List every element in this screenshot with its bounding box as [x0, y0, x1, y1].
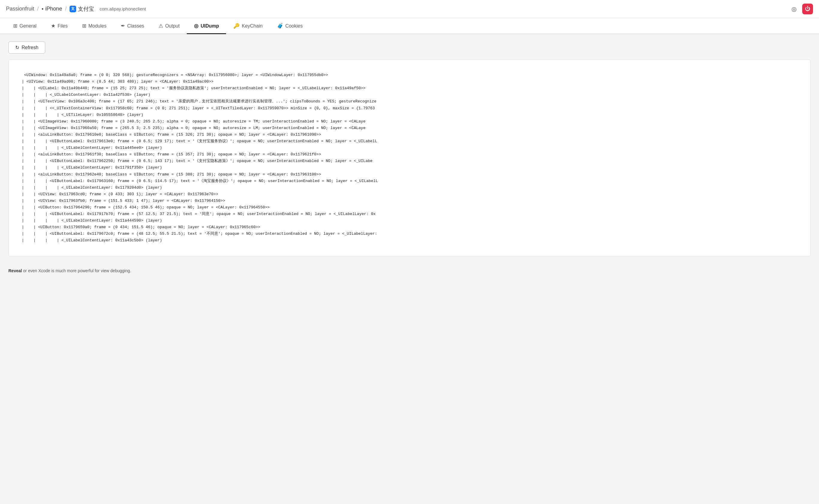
device-icon: ▪ [42, 6, 43, 12]
tab-classes[interactable]: ✒ Classes [114, 18, 151, 34]
keychain-icon: 🔑 [233, 23, 240, 29]
tab-classes-label: Classes [127, 23, 144, 29]
tab-modules[interactable]: ⊞ Modules [75, 18, 114, 34]
bundle-id: com.alipay.iphoneclient [99, 6, 146, 11]
topbar: Passionfruit / ▪ iPhone / 支 支付宝 com.alip… [0, 0, 819, 18]
refresh-icon: ↻ [15, 45, 19, 50]
tab-cookies-label: Cookies [285, 23, 303, 29]
alipay-icon: 支 [69, 6, 76, 12]
power-icon: ⏻ [805, 6, 810, 12]
camera-icon: ◎ [791, 5, 797, 13]
tab-general[interactable]: ⊞ General [6, 18, 44, 34]
power-button[interactable]: ⏻ [802, 4, 813, 14]
modules-icon: ⊞ [82, 23, 86, 29]
footer: Reveal or even Xcode is much more powerf… [0, 264, 819, 278]
refresh-label: Refresh [22, 45, 38, 50]
reveal-link[interactable]: Reveal [8, 268, 22, 273]
footer-text: or even Xcode is much more powerful for … [22, 268, 131, 273]
main-content: ↻ Refresh <UIWindow: 0x11a49a8a0; frame … [0, 34, 819, 264]
alipay-label: 支付宝 [78, 5, 94, 13]
app-info: 支 支付宝 [69, 5, 94, 13]
refresh-button[interactable]: ↻ Refresh [8, 41, 45, 54]
uidump-icon: ◎ [194, 23, 198, 29]
classes-icon: ✒ [121, 23, 125, 29]
tab-keychain[interactable]: 🔑 KeyChain [226, 18, 270, 34]
tab-general-label: General [19, 23, 37, 29]
sep1: / [37, 6, 39, 12]
device-name: iPhone [45, 6, 62, 12]
output-icon: ⚠ [158, 23, 163, 29]
tab-uidump[interactable]: ◎ UIDump [187, 18, 226, 34]
sep2: / [65, 6, 66, 12]
dump-text: <UIWindow: 0x11a49a8a0; frame = (0 0; 32… [15, 73, 378, 243]
tab-modules-label: Modules [88, 23, 106, 29]
tab-files[interactable]: ★ Files [44, 18, 75, 34]
device-label: ▪ iPhone [42, 6, 62, 12]
app-name: Passionfruit [6, 6, 34, 12]
dump-output[interactable]: <UIWindow: 0x11a49a8a0; frame = (0 0; 32… [8, 60, 811, 256]
general-icon: ⊞ [13, 23, 17, 29]
cookies-icon: 🧳 [277, 23, 283, 29]
tab-keychain-label: KeyChain [242, 23, 262, 29]
nav-tabs: ⊞ General ★ Files ⊞ Modules ✒ Classes ⚠ … [0, 18, 819, 34]
files-icon: ★ [51, 23, 55, 29]
topbar-actions: ◎ ⏻ [788, 4, 813, 14]
tab-output-label: Output [165, 23, 179, 29]
tab-uidump-label: UIDump [200, 23, 219, 29]
tab-cookies[interactable]: 🧳 Cookies [270, 18, 310, 34]
tab-files-label: Files [58, 23, 68, 29]
tab-output[interactable]: ⚠ Output [151, 18, 187, 34]
camera-button[interactable]: ◎ [788, 4, 799, 14]
